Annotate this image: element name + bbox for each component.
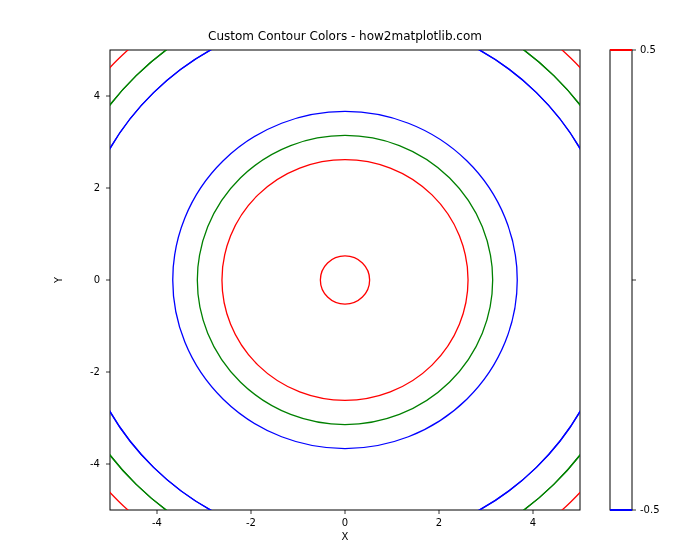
colorbar-tick-label: 0.5 <box>640 44 656 55</box>
y-tick-label: -4 <box>90 458 100 469</box>
plot-frame <box>110 50 580 510</box>
plot-svg: Custom Contour Colors - how2matplotlib.c… <box>0 0 700 560</box>
main-axes: Custom Contour Colors - how2matplotlib.c… <box>25 0 665 560</box>
y-tick-label: 0 <box>94 274 100 285</box>
x-tick-label: 0 <box>342 517 348 528</box>
colorbar-tick-label: -0.5 <box>640 504 660 515</box>
y-tick-label: 4 <box>94 90 100 101</box>
x-ticks: -4-2024 <box>152 510 536 528</box>
colorbar-frame <box>610 50 632 510</box>
y-ticks: -4-2024 <box>90 90 110 469</box>
x-tick-label: 2 <box>436 517 442 528</box>
colorbar: -0.50.5 <box>610 44 660 515</box>
x-tick-label: -4 <box>152 517 162 528</box>
x-tick-label: -2 <box>246 517 256 528</box>
figure: Custom Contour Colors - how2matplotlib.c… <box>0 0 700 560</box>
plot-title: Custom Contour Colors - how2matplotlib.c… <box>208 29 482 43</box>
y-tick-label: 2 <box>94 182 100 193</box>
y-axis-label: Y <box>53 276 64 284</box>
x-tick-label: 4 <box>530 517 536 528</box>
colorbar-ticks: -0.50.5 <box>632 44 660 515</box>
y-tick-label: -2 <box>90 366 100 377</box>
x-axis-label: X <box>342 531 349 542</box>
